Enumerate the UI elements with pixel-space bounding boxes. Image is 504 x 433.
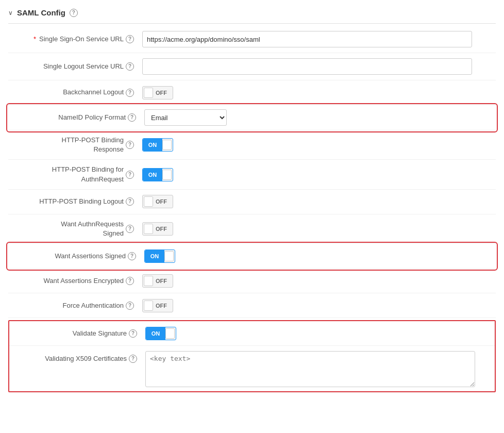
slo-url-help-icon[interactable]: ? bbox=[126, 62, 134, 71]
want-assertions-encrypted-value: OFF bbox=[142, 274, 496, 288]
http-post-authn-value: ON bbox=[142, 168, 496, 181]
validate-signature-value: ON bbox=[145, 327, 493, 340]
force-authentication-row: Force Authentication ? OFF bbox=[8, 293, 496, 318]
http-post-authn-row: HTTP-POST Binding forAuthnRequest ? ON bbox=[8, 160, 496, 189]
sso-url-label: * Single Sign-On Service URL ? bbox=[8, 35, 142, 44]
force-authentication-help-icon[interactable]: ? bbox=[126, 302, 134, 310]
validating-x509-label: Validating X509 Certificates ? bbox=[11, 351, 145, 363]
http-post-response-toggle[interactable]: ON bbox=[142, 138, 173, 152]
http-post-response-value: ON bbox=[142, 138, 496, 152]
validate-section: Validate Signature ? ON Validating X509 … bbox=[8, 320, 496, 392]
slo-url-input[interactable] bbox=[142, 58, 472, 75]
saml-config-section: ∨ SAML Config ? bbox=[8, 8, 496, 24]
want-assertions-signed-label: Want Assertions Signed ? bbox=[10, 252, 144, 261]
validating-x509-help-icon[interactable]: ? bbox=[129, 355, 137, 363]
want-authn-signed-toggle[interactable]: OFF bbox=[142, 222, 173, 236]
validate-signature-row: Validate Signature ? ON bbox=[9, 321, 495, 346]
toggle-off-label: OFF bbox=[152, 195, 171, 208]
validate-signature-toggle[interactable]: ON bbox=[145, 327, 176, 340]
backchannel-logout-row: Backchannel Logout ? OFF bbox=[8, 80, 496, 105]
backchannel-logout-label: Backchannel Logout ? bbox=[8, 88, 142, 97]
nameid-policy-row: NameID Policy Format ? Email Persistent … bbox=[8, 105, 496, 130]
want-authn-signed-help-icon[interactable]: ? bbox=[126, 225, 134, 233]
want-assertions-signed-help-icon[interactable]: ? bbox=[128, 252, 136, 260]
nameid-policy-help-icon[interactable]: ? bbox=[128, 113, 136, 122]
backchannel-logout-value: OFF bbox=[142, 86, 496, 99]
slo-url-value bbox=[142, 58, 496, 75]
want-assertions-encrypted-help-icon[interactable]: ? bbox=[126, 277, 134, 285]
http-post-response-help-icon[interactable]: ? bbox=[126, 141, 134, 149]
validate-signature-label: Validate Signature ? bbox=[11, 329, 145, 338]
validate-signature-help-icon[interactable]: ? bbox=[129, 329, 137, 338]
slo-url-row: Single Logout Service URL ? bbox=[8, 53, 496, 80]
http-post-authn-label: HTTP-POST Binding forAuthnRequest ? bbox=[8, 165, 142, 184]
slo-url-label: Single Logout Service URL ? bbox=[8, 62, 142, 71]
http-post-authn-help-icon[interactable]: ? bbox=[126, 171, 134, 179]
required-indicator: * bbox=[33, 35, 36, 44]
toggle-off-label: OFF bbox=[152, 299, 171, 312]
nameid-policy-label: NameID Policy Format ? bbox=[10, 113, 144, 122]
force-authentication-label: Force Authentication ? bbox=[8, 301, 142, 310]
want-assertions-signed-toggle[interactable]: ON bbox=[144, 249, 175, 263]
want-assertions-signed-value: ON bbox=[144, 249, 494, 263]
http-post-logout-label: HTTP-POST Binding Logout ? bbox=[8, 197, 142, 206]
want-assertions-signed-row: Want Assertions Signed ? ON bbox=[8, 244, 496, 269]
nameid-policy-value: Email Persistent Transient Unspecified bbox=[144, 109, 494, 126]
want-authn-signed-row: Want AuthnRequestsSigned ? OFF bbox=[8, 214, 496, 244]
backchannel-logout-toggle[interactable]: OFF bbox=[142, 86, 173, 99]
toggle-knob bbox=[164, 251, 174, 261]
http-post-response-row: HTTP-POST BindingResponse ? ON bbox=[8, 130, 496, 160]
toggle-off-label: OFF bbox=[152, 223, 171, 235]
sso-url-input[interactable] bbox=[142, 31, 472, 47]
toggle-knob bbox=[165, 328, 175, 339]
http-post-response-label: HTTP-POST BindingResponse ? bbox=[8, 136, 142, 154]
http-post-logout-row: HTTP-POST Binding Logout ? OFF bbox=[8, 190, 496, 214]
toggle-knob bbox=[162, 170, 172, 180]
sso-url-row: * Single Sign-On Service URL ? bbox=[8, 26, 496, 53]
want-authn-signed-label: Want AuthnRequestsSigned ? bbox=[8, 220, 142, 238]
toggle-knob bbox=[162, 140, 172, 150]
section-title: SAML Config bbox=[17, 8, 65, 17]
http-post-logout-value: OFF bbox=[142, 195, 496, 208]
toggle-off-label: OFF bbox=[152, 87, 171, 99]
section-help-icon[interactable]: ? bbox=[70, 9, 78, 17]
sso-url-value bbox=[142, 31, 496, 47]
toggle-on-label: ON bbox=[143, 169, 162, 181]
http-post-authn-toggle[interactable]: ON bbox=[142, 168, 173, 181]
http-post-logout-toggle[interactable]: OFF bbox=[142, 195, 173, 208]
backchannel-logout-help-icon[interactable]: ? bbox=[126, 89, 134, 97]
force-authentication-value: OFF bbox=[142, 299, 496, 312]
nameid-policy-select[interactable]: Email Persistent Transient Unspecified bbox=[144, 109, 227, 126]
validating-x509-row: Validating X509 Certificates ? bbox=[9, 346, 495, 391]
validating-x509-textarea[interactable] bbox=[145, 351, 475, 387]
toggle-on-label: ON bbox=[145, 250, 164, 262]
want-assertions-encrypted-toggle[interactable]: OFF bbox=[142, 274, 173, 288]
sso-url-help-icon[interactable]: ? bbox=[126, 35, 134, 43]
force-authentication-toggle[interactable]: OFF bbox=[142, 299, 173, 312]
toggle-on-label: ON bbox=[143, 139, 162, 151]
want-assertions-encrypted-label: Want Assertions Encrypted ? bbox=[8, 276, 142, 286]
validating-x509-value bbox=[145, 351, 493, 387]
want-assertions-encrypted-row: Want Assertions Encrypted ? OFF bbox=[8, 269, 496, 293]
toggle-on-label: ON bbox=[146, 327, 165, 340]
want-authn-signed-value: OFF bbox=[142, 222, 496, 236]
http-post-logout-help-icon[interactable]: ? bbox=[126, 197, 134, 206]
collapse-chevron[interactable]: ∨ bbox=[8, 9, 13, 16]
toggle-off-label: OFF bbox=[152, 275, 171, 287]
